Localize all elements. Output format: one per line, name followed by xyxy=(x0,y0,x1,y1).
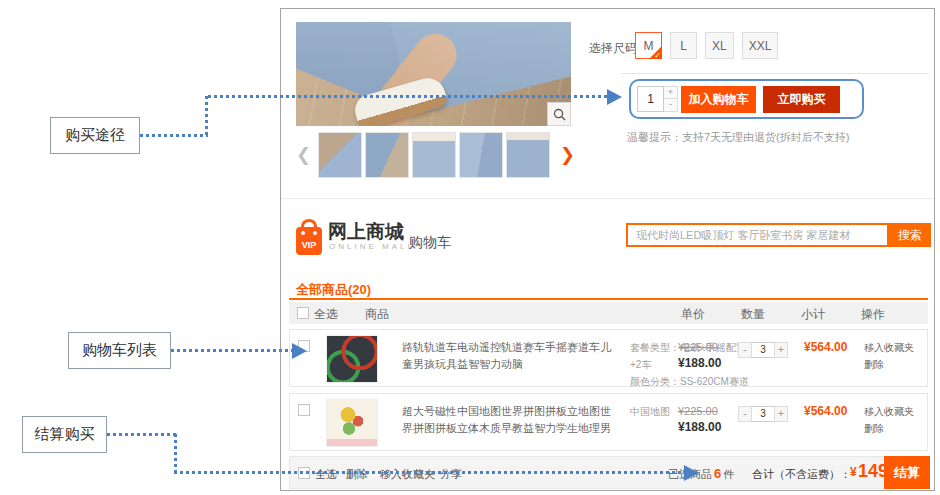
row-quantity-stepper: - 3 + xyxy=(738,342,788,358)
size-label: 选择尺码: xyxy=(589,40,640,57)
old-price: ¥225.00 xyxy=(678,403,734,419)
check-icon: ✓ xyxy=(654,51,661,60)
return-policy-tip: 温馨提示：支持7天无理由退货(拆封后不支持) xyxy=(627,130,849,145)
delete-link[interactable]: 删除 xyxy=(864,420,914,437)
quantity-increase-button[interactable]: + xyxy=(774,406,788,422)
mall-name-en: ONLINE MALL xyxy=(329,242,415,251)
quantity-stepper: + - xyxy=(637,86,678,112)
product-thumbnail[interactable] xyxy=(412,132,456,178)
connector-line xyxy=(140,134,208,137)
tab-all-items[interactable]: 全部商品(20) xyxy=(296,281,371,299)
size-options: M ✓ L XL XXL xyxy=(635,32,778,59)
annotation-checkout-label: 结算购买 xyxy=(35,425,95,444)
annotation-cart-list: 购物车列表 xyxy=(68,332,171,369)
total-currency: ¥ xyxy=(850,465,857,479)
product-thumbnail[interactable] xyxy=(318,132,362,178)
header-quantity: 数量 xyxy=(741,306,765,323)
cart-row: 超大号磁性中国地图世界拼图拼板立地图世界拼图拼板立体木质早教益智力学生地理男 中… xyxy=(289,393,928,451)
product-title[interactable]: 路轨轨道车电动遥控轨道赛车手摇赛道车儿童男孩玩具益智智力动脑 xyxy=(402,339,620,373)
size-chip-l[interactable]: L xyxy=(670,32,697,59)
header-actions: 操作 xyxy=(861,306,885,323)
cart-table-header: 全选 商品 单价 数量 小计 操作 xyxy=(289,302,928,324)
row-checkbox[interactable] xyxy=(298,404,310,416)
size-chip-label: L xyxy=(680,39,687,53)
annotation-purchase-path-label: 购买途径 xyxy=(65,126,125,145)
arrow-icon xyxy=(607,89,622,105)
price-cell: ¥225.00 ¥188.00 xyxy=(678,403,734,435)
logo-vip-badge: VIP xyxy=(296,240,322,250)
footer-delete-link[interactable]: 删除 xyxy=(346,467,368,482)
connector-line xyxy=(107,433,177,436)
old-price: ¥225.00 xyxy=(678,339,734,355)
row-actions: 移入收藏夹 删除 xyxy=(864,339,914,373)
page: 购买途径 购物车列表 结算购买 ❮ xyxy=(0,0,940,495)
quantity-decrease-button[interactable]: - xyxy=(664,99,678,112)
header-select-all: 全选 xyxy=(314,306,338,323)
selected-items-summary: 已选商品6件 xyxy=(668,466,734,482)
product-main-image[interactable] xyxy=(296,22,571,126)
search-input[interactable] xyxy=(626,223,889,247)
price-cell: ¥225.00 ¥188.00 xyxy=(678,339,734,371)
size-chip-xl[interactable]: XL xyxy=(705,32,734,59)
delete-link[interactable]: 删除 xyxy=(864,356,914,373)
connector-line xyxy=(171,349,293,352)
magnifier-icon[interactable] xyxy=(547,102,571,126)
divider xyxy=(621,73,929,74)
quantity-increase-button[interactable]: + xyxy=(774,342,788,358)
page-title: 购物车 xyxy=(409,234,451,252)
product-image[interactable] xyxy=(326,399,378,447)
add-to-cart-button[interactable]: 加入购物车 xyxy=(681,86,756,113)
row-actions: 移入收藏夹 删除 xyxy=(864,403,914,437)
current-price: ¥188.00 xyxy=(678,419,734,435)
spec-line: 颜色分类：SS-620CM赛道 xyxy=(630,373,755,390)
row-subtotal: ¥564.00 xyxy=(804,404,847,418)
connector-line xyxy=(174,434,177,472)
size-chip-label: XL xyxy=(712,39,727,53)
footer-move-to-favorites-link[interactable]: 移入收藏夹 xyxy=(380,467,435,482)
cart-row: 路轨轨道车电动遥控轨道赛车手摇赛道车儿童男孩玩具益智智力动脑 套餐类型：电动+手… xyxy=(289,329,928,387)
current-price: ¥188.00 xyxy=(678,355,734,371)
mall-logo-icon[interactable]: VIP xyxy=(296,219,322,255)
annotation-checkout: 结算购买 xyxy=(22,416,107,453)
connector-line xyxy=(205,96,208,137)
select-all-checkbox[interactable] xyxy=(297,307,309,319)
header-unit-price: 单价 xyxy=(681,306,705,323)
product-thumbnail[interactable] xyxy=(365,132,409,178)
size-chip-label: XXL xyxy=(749,39,772,53)
checkout-button[interactable]: 结算 xyxy=(884,456,930,489)
selected-count: 6 xyxy=(712,466,723,481)
tab-underline xyxy=(289,298,928,300)
footer-select-all-link[interactable]: 全选 xyxy=(315,467,337,482)
selected-suffix: 件 xyxy=(723,468,734,480)
move-to-favorites-link[interactable]: 移入收藏夹 xyxy=(864,339,914,356)
annotation-purchase-path: 购买途径 xyxy=(50,117,140,154)
connector-line xyxy=(208,95,608,98)
connector-line xyxy=(174,471,686,474)
quantity-decrease-button[interactable]: - xyxy=(738,406,752,422)
product-thumbnail[interactable] xyxy=(459,132,503,178)
header-subtotal: 小计 xyxy=(801,306,825,323)
quantity-value[interactable]: 3 xyxy=(752,406,774,422)
quantity-value[interactable]: 3 xyxy=(752,342,774,358)
row-subtotal: ¥564.00 xyxy=(804,340,847,354)
header-product: 商品 xyxy=(365,306,389,323)
search-button[interactable]: 搜索 xyxy=(889,223,931,247)
quantity-input[interactable] xyxy=(637,86,664,112)
quantity-increase-button[interactable]: + xyxy=(664,86,678,99)
move-to-favorites-link[interactable]: 移入收藏夹 xyxy=(864,403,914,420)
annotation-cart-list-label: 购物车列表 xyxy=(82,341,157,360)
product-image[interactable] xyxy=(326,335,378,383)
carousel-prev-icon[interactable]: ❮ xyxy=(296,146,311,164)
product-title[interactable]: 超大号磁性中国地图世界拼图拼板立地图世界拼图拼板立体木质早教益智力学生地理男 xyxy=(402,403,620,437)
size-chip-xxl[interactable]: XXL xyxy=(742,32,779,59)
product-thumbnail[interactable] xyxy=(506,132,550,178)
shop-panel: ❮ ❯ 选择尺码: M ✓ L XL XXL xyxy=(280,8,935,491)
row-quantity-stepper: - 3 + xyxy=(738,406,788,422)
footer-share-link[interactable]: 分享 xyxy=(440,467,462,482)
quantity-decrease-button[interactable]: - xyxy=(738,342,752,358)
arrow-icon xyxy=(292,343,307,359)
size-chip-m[interactable]: M ✓ xyxy=(635,32,662,59)
buy-now-button[interactable]: 立即购买 xyxy=(763,86,840,113)
thumbnail-carousel: ❮ ❯ xyxy=(296,131,576,179)
carousel-next-icon[interactable]: ❯ xyxy=(560,146,575,164)
